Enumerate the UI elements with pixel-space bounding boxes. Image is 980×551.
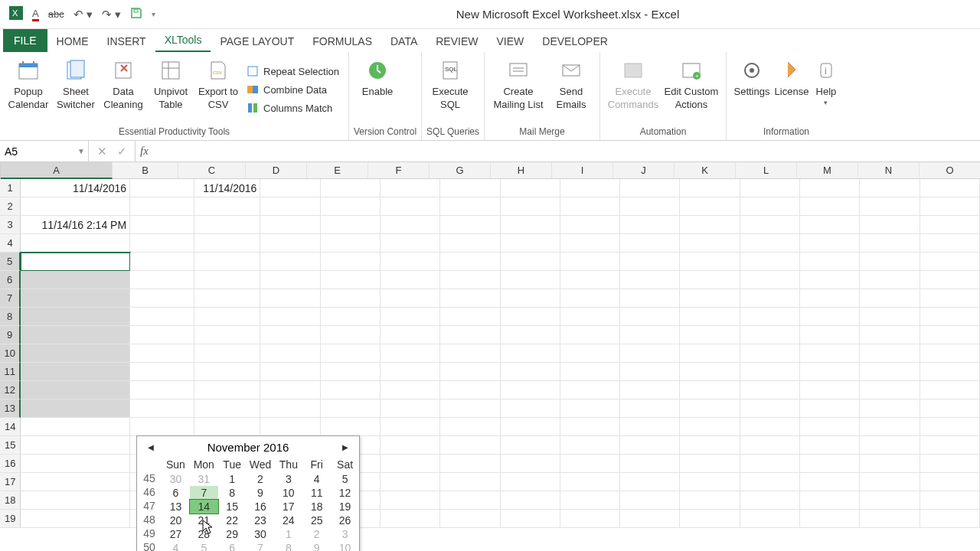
- strikethrough-icon[interactable]: abc: [48, 8, 64, 20]
- cell-G7[interactable]: [440, 289, 500, 308]
- cell-C2[interactable]: [194, 197, 260, 216]
- cell-E5[interactable]: [321, 253, 381, 271]
- cell-I5[interactable]: [560, 253, 620, 271]
- cell-G4[interactable]: [440, 234, 500, 253]
- cell-M18[interactable]: [800, 491, 860, 510]
- formula-input[interactable]: [153, 141, 980, 161]
- cell-F11[interactable]: [381, 363, 440, 381]
- popup-calendar-button[interactable]: Popup Calendar: [5, 55, 52, 125]
- cell-C3[interactable]: [194, 216, 260, 234]
- calendar-day[interactable]: 8: [274, 541, 302, 551]
- cell-A18[interactable]: [21, 491, 130, 510]
- cell-C13[interactable]: [194, 399, 260, 418]
- row-header-19[interactable]: 19: [0, 510, 21, 528]
- cell-F14[interactable]: [381, 418, 440, 436]
- cell-O7[interactable]: [920, 289, 980, 308]
- row-header-8[interactable]: 8: [0, 308, 21, 326]
- cell-H13[interactable]: [501, 399, 560, 418]
- cell-I9[interactable]: [560, 326, 620, 344]
- tab-home[interactable]: HOME: [47, 31, 98, 52]
- cell-L5[interactable]: [740, 253, 800, 271]
- cell-J7[interactable]: [620, 289, 680, 308]
- cell-K19[interactable]: [680, 510, 740, 528]
- calendar-day[interactable]: 29: [218, 527, 247, 541]
- create-mailing-list-button[interactable]: Create Mailing List: [489, 55, 547, 125]
- cell-M11[interactable]: [800, 363, 860, 381]
- cell-N17[interactable]: [860, 473, 920, 491]
- cell-G13[interactable]: [440, 399, 500, 418]
- cell-J16[interactable]: [620, 455, 680, 473]
- cell-M4[interactable]: [800, 234, 860, 253]
- cell-A8[interactable]: [21, 308, 130, 326]
- cell-J5[interactable]: [620, 253, 680, 271]
- column-header-O[interactable]: O: [920, 162, 980, 179]
- cell-D2[interactable]: [260, 197, 320, 216]
- cell-N12[interactable]: [860, 381, 920, 399]
- cell-N14[interactable]: [860, 418, 920, 436]
- cell-O6[interactable]: [920, 271, 980, 289]
- cell-E7[interactable]: [321, 289, 381, 308]
- cell-K6[interactable]: [680, 271, 740, 289]
- cell-H7[interactable]: [501, 289, 560, 308]
- cell-F7[interactable]: [381, 289, 440, 308]
- cell-N6[interactable]: [860, 271, 920, 289]
- tab-file[interactable]: FILE: [3, 29, 47, 52]
- sheet-switcher-button[interactable]: Sheet Switcher: [52, 55, 100, 125]
- cell-M13[interactable]: [800, 399, 860, 418]
- cell-H11[interactable]: [501, 363, 560, 381]
- cell-F2[interactable]: [381, 197, 440, 216]
- calendar-day[interactable]: 30: [247, 527, 275, 541]
- cell-F16[interactable]: [381, 455, 440, 473]
- cell-B2[interactable]: [130, 197, 194, 216]
- cell-E13[interactable]: [321, 399, 381, 418]
- cell-A5[interactable]: [21, 253, 130, 271]
- tab-data[interactable]: DATA: [381, 31, 426, 52]
- cell-F5[interactable]: [381, 253, 440, 271]
- cell-M12[interactable]: [800, 381, 860, 399]
- cell-B3[interactable]: [130, 216, 194, 234]
- cell-K17[interactable]: [680, 473, 740, 491]
- cell-N8[interactable]: [860, 308, 920, 326]
- cell-J4[interactable]: [620, 234, 680, 253]
- cell-D6[interactable]: [260, 271, 320, 289]
- cell-J13[interactable]: [620, 399, 680, 418]
- calendar-day[interactable]: 17: [274, 500, 302, 514]
- cell-F13[interactable]: [381, 399, 440, 418]
- cell-A6[interactable]: [21, 271, 130, 289]
- calendar-day[interactable]: 10: [331, 541, 359, 551]
- cell-H14[interactable]: [501, 418, 560, 436]
- cell-B5[interactable]: [130, 253, 194, 271]
- row-header-6[interactable]: 6: [0, 271, 21, 289]
- cell-D4[interactable]: [260, 234, 320, 253]
- cell-O11[interactable]: [920, 363, 980, 381]
- calendar-day[interactable]: 25: [302, 514, 331, 527]
- calendar-day[interactable]: 10: [274, 486, 302, 500]
- cell-E14[interactable]: [321, 418, 381, 436]
- cell-B12[interactable]: [130, 381, 194, 399]
- cell-M2[interactable]: [800, 197, 860, 216]
- cell-O19[interactable]: [920, 510, 980, 528]
- cell-F19[interactable]: [381, 510, 440, 528]
- cell-K8[interactable]: [680, 308, 740, 326]
- cell-A9[interactable]: [21, 326, 130, 344]
- cell-H2[interactable]: [501, 197, 560, 216]
- cell-H5[interactable]: [501, 253, 560, 271]
- cell-A11[interactable]: [21, 363, 130, 381]
- column-header-G[interactable]: G: [430, 162, 491, 179]
- tab-view[interactable]: VIEW: [487, 31, 533, 52]
- cell-A19[interactable]: [21, 510, 130, 528]
- calendar-day[interactable]: 5: [190, 541, 218, 551]
- cell-C11[interactable]: [194, 363, 260, 381]
- license-button[interactable]: License: [773, 55, 811, 125]
- row-header-15[interactable]: 15: [0, 436, 21, 455]
- tab-page-layout[interactable]: PAGE LAYOUT: [211, 31, 303, 52]
- cell-K3[interactable]: [680, 216, 740, 234]
- send-emails-button[interactable]: Send Emails: [547, 55, 595, 125]
- cell-L16[interactable]: [740, 455, 800, 473]
- cell-L4[interactable]: [740, 234, 800, 253]
- cell-I16[interactable]: [560, 455, 620, 473]
- column-header-F[interactable]: F: [368, 162, 430, 179]
- cell-H10[interactable]: [501, 344, 560, 363]
- row-header-1[interactable]: 1: [0, 179, 21, 197]
- columns-match-button[interactable]: Columns Match: [245, 99, 341, 118]
